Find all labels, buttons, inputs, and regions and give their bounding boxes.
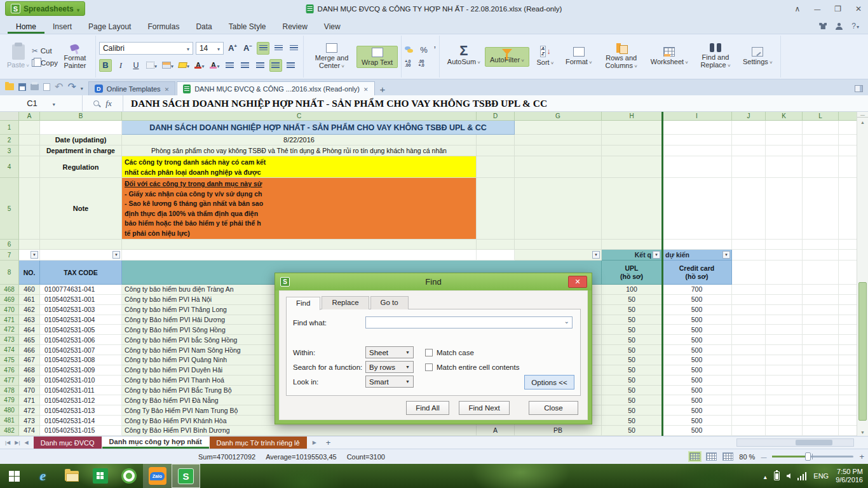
cell[interactable] xyxy=(19,146,40,156)
cell-empty[interactable] xyxy=(766,405,803,416)
select-all-corner[interactable] xyxy=(0,112,19,121)
cell-no[interactable]: 466 xyxy=(19,345,40,355)
filter-cell[interactable] xyxy=(19,250,40,261)
match-case-checkbox[interactable]: Match case xyxy=(425,349,474,356)
font-color-button[interactable]: A xyxy=(193,59,206,72)
cell[interactable] xyxy=(766,261,803,285)
cell-empty[interactable] xyxy=(803,405,839,416)
comma-format-icon[interactable] xyxy=(434,44,436,55)
cell[interactable] xyxy=(477,240,515,250)
within-select[interactable]: Sheet xyxy=(365,346,414,358)
header-upl-cell[interactable]: UPL (hồ sơ) xyxy=(602,261,662,285)
scrollbar-thumb[interactable] xyxy=(796,440,832,445)
cell-upl[interactable]: 50 xyxy=(602,305,662,315)
filter-cell[interactable] xyxy=(515,250,602,261)
horizontal-scrollbar[interactable] xyxy=(736,438,854,447)
row-header[interactable]: 3 xyxy=(0,146,19,156)
add-sheet-icon[interactable] xyxy=(322,437,336,449)
cell-taxcode[interactable]: 0105402531-004 xyxy=(40,315,122,325)
row-header[interactable]: 469 xyxy=(0,295,19,305)
cell-no[interactable]: 474 xyxy=(19,426,40,436)
align-left-button[interactable] xyxy=(254,59,267,72)
cell[interactable] xyxy=(732,146,766,156)
clock[interactable]: 7:50 PM 9/6/2016 xyxy=(836,468,863,484)
cell-taxcode[interactable]: 0105402531-003 xyxy=(40,305,122,315)
filter-dropdown-icon[interactable] xyxy=(592,251,600,259)
filter-cell[interactable] xyxy=(40,250,122,261)
minimize-icon[interactable] xyxy=(814,4,820,13)
menu-tab-insert[interactable]: Insert xyxy=(44,19,80,34)
cell-upl[interactable]: 100 xyxy=(602,285,662,295)
borders-button[interactable] xyxy=(145,59,158,72)
cell[interactable] xyxy=(662,178,732,240)
cell-class[interactable]: A xyxy=(477,426,515,436)
cell-credit-card[interactable]: 500 xyxy=(662,416,732,426)
worksheet-button[interactable]: Worksheet xyxy=(646,46,693,68)
column-header-I[interactable]: I xyxy=(662,112,732,121)
cell[interactable] xyxy=(662,156,732,178)
options-button[interactable]: Options << xyxy=(524,375,574,390)
cell-empty[interactable] xyxy=(732,295,766,305)
cell[interactable] xyxy=(662,135,732,146)
italic-button[interactable]: I xyxy=(114,59,127,72)
row-header[interactable]: 2 xyxy=(0,135,19,146)
currency-format-icon[interactable] xyxy=(405,46,414,53)
cell[interactable] xyxy=(477,156,515,178)
cell-credit-card[interactable]: 500 xyxy=(662,355,732,365)
date-label-cell[interactable]: Date (updating) xyxy=(40,135,122,146)
cell-no[interactable]: 472 xyxy=(19,405,40,416)
date-value-cell[interactable]: 8/22/2016 xyxy=(122,135,477,146)
page-layout-view-icon[interactable] xyxy=(706,452,717,461)
cell-empty[interactable] xyxy=(766,376,803,386)
cell-empty[interactable] xyxy=(732,395,766,405)
cell[interactable] xyxy=(803,261,839,285)
decrease-decimal-icon[interactable]: .00+.0 xyxy=(418,60,424,68)
cell-credit-card[interactable]: 500 xyxy=(662,325,732,335)
account-icon[interactable] xyxy=(836,23,843,30)
cell-credit-card[interactable]: 500 xyxy=(662,376,732,386)
cell-taxcode[interactable]: 0105402531-007 xyxy=(40,345,122,355)
cell[interactable] xyxy=(122,240,477,250)
cell[interactable] xyxy=(602,156,662,178)
cell-empty[interactable] xyxy=(803,305,839,315)
regulation-label-cell[interactable]: Regulation xyxy=(40,156,122,178)
rows-and-columns-button[interactable]: Rows and Columns xyxy=(597,42,646,72)
cell[interactable] xyxy=(766,135,803,146)
cell[interactable] xyxy=(515,146,602,156)
wrap-text-button[interactable]: Wrap Text xyxy=(356,46,398,68)
column-header-C[interactable]: C xyxy=(122,112,477,121)
cell-taxcode[interactable]: 0105402531-015 xyxy=(40,426,122,436)
cell-empty[interactable] xyxy=(803,365,839,376)
decrease-indent-button[interactable] xyxy=(224,59,236,72)
close-button[interactable]: Close xyxy=(529,401,578,415)
column-header-A[interactable]: A xyxy=(19,112,40,121)
cell-empty[interactable] xyxy=(732,416,766,426)
font-name-select[interactable]: Calibri xyxy=(99,42,193,55)
cell[interactable] xyxy=(477,146,515,156)
cell-empty[interactable] xyxy=(766,305,803,315)
cell-taxcode[interactable]: 0105402531-012 xyxy=(40,395,122,405)
qat-dropdown-icon[interactable] xyxy=(81,81,83,93)
percent-format-icon[interactable] xyxy=(420,44,428,55)
undo-icon[interactable] xyxy=(55,81,63,93)
row-header[interactable]: 471 xyxy=(0,315,19,325)
cell-no[interactable]: 462 xyxy=(19,305,40,315)
cell-no[interactable]: 468 xyxy=(19,365,40,376)
scroll-up-icon[interactable] xyxy=(857,118,868,126)
start-button[interactable] xyxy=(0,464,29,488)
cut-button[interactable]: Cut xyxy=(32,46,58,56)
cell[interactable] xyxy=(602,240,662,250)
cell-company-name[interactable]: Công ty Bảo Hiểm PVI Bình Dương xyxy=(122,426,477,436)
find-all-button[interactable]: Find All xyxy=(406,401,449,415)
sheet-tab[interactable]: Danh mục ĐVCQ xyxy=(34,437,102,449)
cell[interactable] xyxy=(515,240,602,250)
row-header[interactable]: 4 xyxy=(0,156,19,178)
cell-upl[interactable]: 50 xyxy=(602,365,662,376)
save-icon[interactable] xyxy=(18,83,26,91)
cell-empty[interactable] xyxy=(766,386,803,396)
cell[interactable] xyxy=(732,240,766,250)
cell[interactable] xyxy=(602,135,662,146)
cell-no[interactable]: 469 xyxy=(19,376,40,386)
copy-button[interactable]: Copy xyxy=(32,58,58,68)
department-value-cell[interactable]: Phòng sản phẩm cho vay không TSBĐ và Thẻ… xyxy=(122,146,477,156)
